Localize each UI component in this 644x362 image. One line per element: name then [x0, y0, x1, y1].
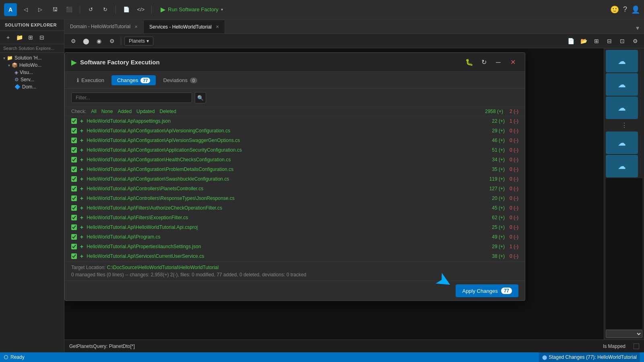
check-added-link[interactable]: Added: [118, 109, 132, 114]
tab-services-close[interactable]: ✕: [216, 25, 219, 29]
file-checkbox[interactable]: [71, 205, 77, 211]
dialog-close-btn[interactable]: ✕: [507, 57, 518, 68]
st-right-btn5[interactable]: ⊡: [617, 35, 628, 47]
tab-changes[interactable]: Changes 77: [111, 75, 156, 85]
filter-search-btn[interactable]: 🔍: [195, 92, 206, 103]
file-checkbox[interactable]: [71, 186, 77, 191]
apply-changes-button[interactable]: Apply Changes 77: [456, 284, 518, 297]
file-checkbox[interactable]: [71, 147, 77, 153]
tree-item-solution[interactable]: ▾ 📁 Solution 'H...: [0, 54, 64, 62]
status-staged[interactable]: ⬤ Staged Changes (77): HelloWorldTutoria…: [539, 352, 640, 362]
check-none-link[interactable]: None: [101, 109, 113, 114]
toolbar-sep1: [80, 6, 80, 14]
toolbar-file-btn[interactable]: 📄: [121, 4, 132, 15]
st-right-btn1[interactable]: 📄: [565, 35, 576, 47]
file-checkbox[interactable]: [71, 128, 77, 134]
check-deleted-link[interactable]: Deleted: [159, 109, 176, 114]
right-panel-select[interactable]: [606, 330, 642, 338]
file-plus-icon: +: [80, 185, 83, 192]
tree-item-hellowo[interactable]: ▾ 📦 HelloWo...: [0, 62, 64, 69]
canvas-area: ▶ Software Factory Execution 🐛 ↻ ─ ✕: [64, 48, 604, 339]
file-checkbox[interactable]: [71, 118, 77, 124]
file-plus-stat: 29 (+): [492, 244, 505, 249]
dialog-tabs: ℹ Execution Changes 77 Deviations 0: [65, 72, 525, 89]
toolbar-undo-btn[interactable]: ↺: [85, 4, 96, 15]
file-stats: 38 (+)0 (-): [492, 253, 518, 259]
file-name: HelloWorldTutorial.Api\Configuration\App…: [87, 147, 489, 153]
total-minus-stat: 2 (-): [510, 109, 518, 114]
file-checkbox[interactable]: [71, 176, 77, 182]
toolbar-save-btn[interactable]: 🖫: [49, 4, 60, 15]
right-panel-item-3[interactable]: ☁: [606, 97, 638, 119]
emoji-icon[interactable]: 🙂: [610, 5, 619, 14]
toolbar-back-btn[interactable]: ◁: [20, 4, 31, 15]
st-btn1[interactable]: ⚙: [68, 35, 79, 47]
sidebar-folder-btn[interactable]: 📁: [14, 33, 24, 42]
file-checkbox[interactable]: [71, 224, 77, 230]
st-right-btn2[interactable]: 📂: [578, 35, 589, 47]
file-row: +HelloWorldTutorial.Api\appsettings.json…: [65, 116, 525, 126]
right-panel-item-1[interactable]: ☁: [606, 50, 638, 72]
dialog-play-icon: ▶: [71, 58, 77, 67]
file-row: +HelloWorldTutorial.Api\Filters\Authoriz…: [65, 203, 525, 213]
account-icon[interactable]: 👤: [631, 5, 640, 14]
st-sep1: [121, 37, 121, 45]
tab-add-btn[interactable]: ▾: [634, 23, 641, 33]
file-checkbox[interactable]: [71, 215, 77, 220]
dialog-title: Software Factory Execution: [80, 59, 460, 66]
file-stats: 51 (+)0 (-): [492, 147, 518, 153]
planets-dropdown[interactable]: Planets ▾: [124, 37, 153, 45]
right-panel-item-5[interactable]: ☁: [606, 155, 638, 177]
tab-services[interactable]: Services - HelloWorldTutorial ✕: [144, 20, 225, 33]
st-right-btn6[interactable]: ⚙: [630, 35, 641, 47]
dialog-minimize-btn[interactable]: ─: [493, 57, 504, 68]
sidebar-add-btn[interactable]: +: [3, 33, 13, 42]
toolbar-code-btn[interactable]: </>: [135, 4, 147, 15]
target-path-link[interactable]: C:\DocSource\HelloWorldTutorial\HelloWor…: [107, 265, 219, 270]
sidebar-collapse-btn[interactable]: ⊟: [37, 33, 47, 42]
tree-item-dom[interactable]: 🔷 Dom...: [0, 83, 64, 90]
st-btn3[interactable]: ◉: [93, 35, 105, 47]
check-all-link[interactable]: All: [91, 109, 96, 114]
right-panel-item-4[interactable]: ☁: [606, 132, 638, 154]
tab-deviations[interactable]: Deviations 0: [157, 75, 203, 85]
file-plus-icon: +: [80, 234, 83, 240]
file-checkbox[interactable]: [71, 244, 77, 249]
tab-domain[interactable]: Domain - HelloWorldTutorial ✕: [64, 20, 144, 33]
run-software-factory-button[interactable]: ▶ Run Software Factory ▾: [157, 4, 227, 15]
toolbar-forward-btn[interactable]: ▷: [35, 4, 46, 15]
tree-item-serv[interactable]: ⚙ Serv...: [0, 76, 64, 83]
file-name: HelloWorldTutorial.Api\Configuration\Api…: [87, 128, 489, 134]
file-stats: 29 (+)0 (-): [492, 128, 518, 134]
sidebar-expand-btn[interactable]: ⊞: [26, 33, 35, 42]
toolbar-sep2: [116, 6, 116, 14]
tree-label-dom: Dom...: [22, 84, 36, 90]
tree-item-visu[interactable]: ◈ Visu...: [0, 69, 64, 76]
file-checkbox[interactable]: [71, 167, 77, 172]
st-btn4[interactable]: ⚙: [106, 35, 118, 47]
file-checkbox[interactable]: [71, 195, 77, 201]
file-checkbox[interactable]: [71, 157, 77, 162]
help-icon[interactable]: ?: [623, 5, 627, 14]
filter-input[interactable]: [71, 93, 192, 103]
file-checkbox[interactable]: [71, 138, 77, 143]
st-btn2[interactable]: ⬤: [80, 35, 92, 47]
right-panel-item-2[interactable]: ☁: [606, 73, 638, 96]
toolbar-redo-btn[interactable]: ↻: [99, 4, 111, 15]
file-stats: 46 (+)0 (-): [492, 138, 518, 143]
is-mapped-checkbox[interactable]: [634, 343, 639, 349]
toolbar-saveall-btn[interactable]: ⬛: [64, 4, 75, 15]
st-right-btn4[interactable]: ⊟: [604, 35, 615, 47]
tab-domain-close[interactable]: ✕: [134, 25, 138, 29]
dialog-bug-btn[interactable]: 🐛: [464, 57, 475, 68]
check-updated-link[interactable]: Updated: [136, 109, 155, 114]
file-checkbox[interactable]: [71, 234, 77, 240]
tab-execution-label: Execution: [81, 77, 104, 83]
file-checkbox[interactable]: [71, 253, 77, 259]
sidebar-search: Search Solution Explore...: [0, 44, 64, 53]
dialog-refresh-btn[interactable]: ↻: [478, 57, 489, 68]
tab-execution[interactable]: ℹ Execution: [71, 75, 110, 85]
right-panel-dots[interactable]: ⋮: [606, 120, 642, 131]
check-label: Check:: [71, 109, 86, 114]
st-right-btn3[interactable]: ⊞: [591, 35, 602, 47]
